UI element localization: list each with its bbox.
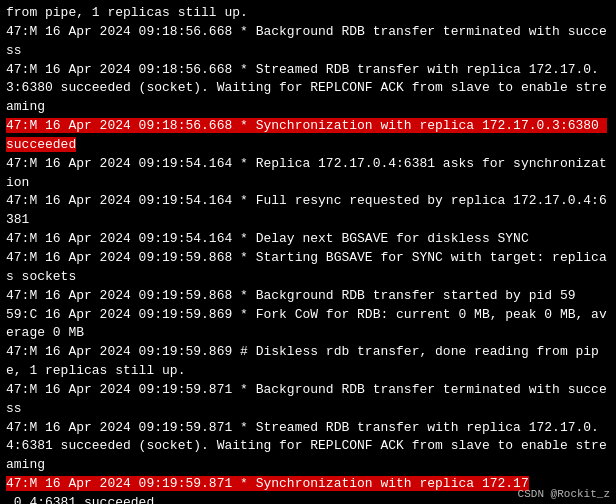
watermark: CSDN @Rockit_z [518,488,610,500]
log-line: 47:M 16 Apr 2024 09:18:56.668 * Streamed… [6,61,610,118]
log-line: 47:M 16 Apr 2024 09:18:56.668 * Synchron… [6,117,610,155]
log-line: 47:M 16 Apr 2024 09:19:59.869 # Diskless… [6,343,610,381]
log-line: 47:M 16 Apr 2024 09:18:56.668 * Backgrou… [6,23,610,61]
log-line: from pipe, 1 replicas still up. [6,4,610,23]
log-line: 47:M 16 Apr 2024 09:19:59.868 * Backgrou… [6,287,610,306]
log-line: 59:C 16 Apr 2024 09:19:59.869 * Fork CoW… [6,306,610,344]
log-output: from pipe, 1 replicas still up.47:M 16 A… [6,4,610,504]
log-line: 47:M 16 Apr 2024 09:19:54.164 * Full res… [6,192,610,230]
log-line: 47:M 16 Apr 2024 09:19:54.164 * Delay ne… [6,230,610,249]
log-line: 47:M 16 Apr 2024 09:19:54.164 * Replica … [6,155,610,193]
log-line: 47:M 16 Apr 2024 09:19:59.868 * Starting… [6,249,610,287]
log-line: 47:M 16 Apr 2024 09:19:59.871 * Backgrou… [6,381,610,419]
log-line: 47:M 16 Apr 2024 09:19:59.871 * Streamed… [6,419,610,476]
terminal-window: from pipe, 1 replicas still up.47:M 16 A… [0,0,616,504]
